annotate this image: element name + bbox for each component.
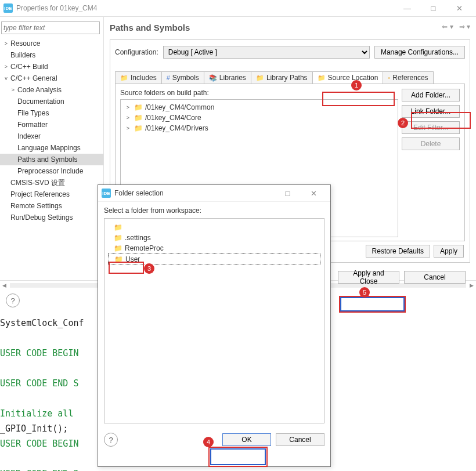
config-select[interactable]: Debug [ Active ] (163, 46, 370, 59)
callout-3: 3 (144, 263, 154, 274)
dialog-label: Select a folder from workspace: (104, 206, 324, 215)
callout-4: 4 (203, 437, 214, 447)
tree-item[interactable]: vC/C++ General (0, 73, 103, 84)
dialog-icon: IDE (102, 189, 111, 198)
tree-item[interactable]: Remote Settings (0, 200, 103, 212)
tab-symbols[interactable]: #Symbols (161, 71, 204, 84)
link-folder-button[interactable]: Link Folder... (402, 105, 460, 118)
dialog-tree[interactable]: 📁📁.settings📁RemoteProc📁User (104, 218, 324, 423)
apply-close-button[interactable]: Apply and Close (338, 271, 399, 284)
tree-item[interactable]: Formatter (0, 119, 103, 131)
tree-item[interactable]: >C/C++ Build (0, 61, 103, 73)
dialog-ok-button[interactable]: OK (222, 433, 271, 446)
callout-2: 2 (398, 118, 408, 128)
dialog-help-icon[interactable]: ? (104, 433, 118, 447)
tree-item[interactable]: Language Mappings (0, 142, 103, 154)
sidebar: >ResourceBuilders>C/C++ BuildvC/C++ Gene… (0, 17, 104, 280)
filter-input[interactable] (1, 21, 100, 34)
dialog-folder-item[interactable]: 📁 (108, 222, 320, 233)
window-title: Properties for 01key_CM4 (16, 4, 394, 12)
delete-button[interactable]: Delete (402, 137, 460, 150)
source-folder-item[interactable]: >📁/01key_CM4/Drivers (124, 123, 394, 133)
callout-1: 1 (351, 80, 362, 90)
tabs: 📁Includes#Symbols📚Libraries📁Library Path… (115, 71, 465, 84)
minimize-button[interactable]: — (394, 2, 420, 14)
cancel-button[interactable]: Cancel (404, 271, 466, 284)
dialog-max-button[interactable]: □ (275, 187, 301, 199)
config-label: Configuration: (115, 48, 158, 56)
edit-filter-button[interactable]: Edit Filter... (402, 121, 460, 134)
dialog-folder-item[interactable]: 📁.settings (108, 233, 320, 243)
tab-libraries[interactable]: 📚Libraries (204, 71, 251, 84)
tree-item[interactable]: Project References (0, 189, 103, 200)
tree-item[interactable]: Documentation (0, 96, 103, 107)
manage-config-button[interactable]: Manage Configurations... (374, 46, 465, 59)
source-folder-item[interactable]: >📁/01key_CM4/Common (124, 102, 394, 113)
nav-tree[interactable]: >ResourceBuilders>C/C++ BuildvC/C++ Gene… (0, 38, 103, 223)
source-folder-item[interactable]: >📁/01key_CM4/Core (124, 113, 394, 123)
tree-item[interactable]: Run/Debug Settings (0, 212, 103, 223)
dialog-title: Folder selection (114, 189, 275, 197)
tree-item[interactable]: Indexer (0, 131, 103, 142)
callout-5: 5 (359, 287, 370, 298)
restore-defaults-button[interactable]: Restore Defaults (366, 245, 430, 258)
tab-library-paths[interactable]: 📁Library Paths (251, 71, 313, 84)
tab-includes[interactable]: 📁Includes (115, 71, 162, 84)
tree-item[interactable]: >Code Analysis (0, 84, 103, 96)
maximize-button[interactable]: □ (420, 2, 446, 14)
dialog-cancel-button[interactable]: Cancel (276, 433, 324, 446)
apply-button[interactable]: Apply (434, 245, 464, 258)
tree-item[interactable]: >Resource (0, 38, 103, 49)
app-icon: IDE (3, 3, 13, 13)
tree-item[interactable]: Builders (0, 49, 103, 61)
dialog-folder-item[interactable]: 📁RemoteProc (108, 243, 320, 253)
tree-item[interactable]: Paths and Symbols (0, 154, 103, 165)
tree-item[interactable]: Preprocessor Include (0, 165, 103, 177)
dialog-close-button[interactable]: ✕ (301, 187, 327, 199)
tab-references[interactable]: ▫References (383, 71, 433, 84)
dialog-folder-item[interactable]: 📁User (108, 253, 320, 265)
help-icon[interactable]: ? (6, 294, 20, 307)
page-title: Paths and Symbols (110, 21, 470, 36)
close-button[interactable]: ✕ (446, 2, 473, 14)
tree-item[interactable]: File Types (0, 107, 103, 119)
add-folder-button[interactable]: Add Folder... (402, 89, 460, 102)
tab-source-location[interactable]: 📁Source Location (312, 71, 384, 84)
nav-arrows[interactable]: ⇐ ▾ ⇒ ▾ (442, 23, 470, 31)
folder-dialog: IDE Folder selection □ ✕ Select a folder… (98, 184, 331, 467)
tree-item[interactable]: CMSIS-SVD 设置 (0, 177, 103, 189)
title-bar: IDE Properties for 01key_CM4 — □ ✕ (0, 0, 476, 17)
